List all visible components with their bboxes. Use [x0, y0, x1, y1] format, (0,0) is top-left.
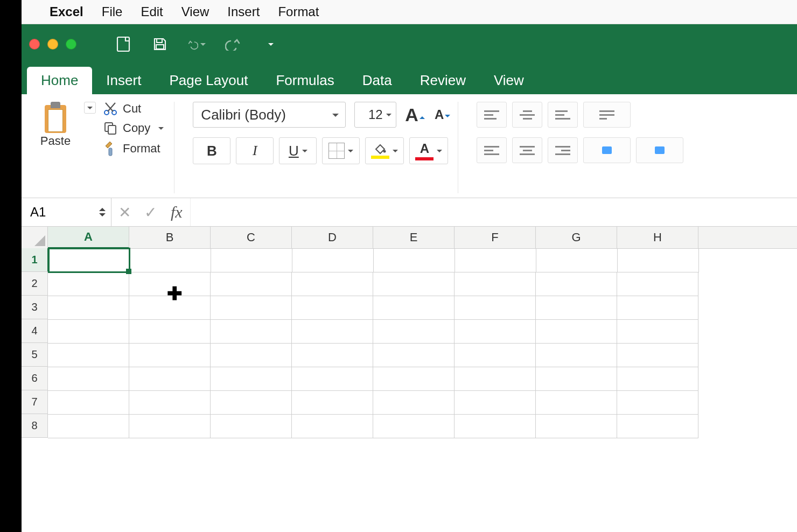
tab-review[interactable]: Review: [406, 67, 480, 94]
cell-F1[interactable]: [455, 248, 536, 272]
cell-F3[interactable]: [455, 296, 536, 320]
column-header-A[interactable]: A: [48, 227, 129, 248]
cell-G6[interactable]: [536, 367, 617, 391]
copy-dropdown-icon[interactable]: [156, 123, 166, 134]
wrap-text-button[interactable]: [583, 102, 631, 128]
align-top-button[interactable]: [477, 102, 507, 128]
menubar-format[interactable]: Format: [278, 4, 319, 19]
cell-D3[interactable]: [292, 296, 373, 320]
cell-F7[interactable]: [455, 390, 536, 415]
cell-B8[interactable]: [129, 414, 211, 438]
fill-color-button[interactable]: [365, 137, 404, 164]
column-header-D[interactable]: D: [292, 227, 373, 248]
cell-E2[interactable]: [373, 272, 455, 296]
column-header-H[interactable]: H: [617, 227, 698, 248]
menubar-app-name[interactable]: Excel: [50, 4, 83, 19]
cell-D7[interactable]: [292, 390, 373, 415]
tab-formulas[interactable]: Formulas: [262, 67, 348, 94]
cell-G3[interactable]: [536, 296, 617, 320]
row-header-3[interactable]: 3: [22, 296, 48, 319]
cell-H7[interactable]: [617, 390, 698, 415]
cell-H6[interactable]: [617, 367, 698, 391]
copy-button[interactable]: Copy: [103, 121, 166, 135]
row-header-2[interactable]: 2: [22, 272, 48, 296]
tab-home[interactable]: Home: [27, 67, 92, 94]
cell-A7[interactable]: [48, 390, 129, 415]
cell-D1[interactable]: [292, 248, 374, 272]
cell-E7[interactable]: [373, 390, 455, 415]
cell-G4[interactable]: [536, 319, 617, 344]
cell-H3[interactable]: [617, 296, 698, 320]
menubar-file[interactable]: File: [102, 4, 123, 19]
cell-F4[interactable]: [455, 319, 536, 344]
cell-B4[interactable]: [129, 319, 211, 344]
cell-F2[interactable]: [455, 272, 536, 296]
cell-E8[interactable]: [373, 414, 455, 438]
cell-E5[interactable]: [373, 343, 455, 367]
cell-C7[interactable]: [211, 390, 292, 415]
paste-dropdown[interactable]: [84, 102, 96, 114]
row-header-8[interactable]: 8: [22, 414, 48, 438]
cell-B5[interactable]: [129, 343, 211, 367]
cell-C4[interactable]: [211, 319, 292, 344]
row-header-4[interactable]: 4: [22, 319, 48, 343]
paste-button[interactable]: Paste: [34, 102, 76, 148]
cell-A8[interactable]: [48, 414, 129, 438]
formula-input[interactable]: [190, 198, 797, 226]
cut-button[interactable]: Cut: [103, 102, 166, 116]
row-header-1[interactable]: 1: [22, 248, 48, 272]
undo-dropdown-icon[interactable]: [198, 39, 206, 49]
align-middle-button[interactable]: [512, 102, 542, 128]
align-bottom-button[interactable]: [548, 102, 578, 128]
cell-B1[interactable]: [130, 248, 211, 272]
save-icon[interactable]: [151, 35, 169, 53]
fx-label[interactable]: fx: [163, 203, 190, 221]
cell-G5[interactable]: [536, 343, 617, 367]
menubar-insert[interactable]: Insert: [227, 4, 260, 19]
tab-view[interactable]: View: [480, 67, 538, 94]
undo-button[interactable]: [187, 35, 206, 53]
cell-B3[interactable]: [129, 296, 211, 320]
cell-E6[interactable]: [373, 367, 455, 391]
window-minimize-button[interactable]: [47, 39, 58, 50]
cancel-entry-button[interactable]: ✕: [111, 198, 137, 226]
tab-insert[interactable]: Insert: [92, 67, 155, 94]
align-left-button[interactable]: [477, 137, 507, 163]
column-header-F[interactable]: F: [455, 227, 536, 248]
menubar-view[interactable]: View: [181, 4, 209, 19]
cell-D5[interactable]: [292, 343, 373, 367]
cell-C2[interactable]: [211, 272, 292, 296]
qat-customize-icon[interactable]: [261, 35, 279, 53]
font-size-select[interactable]: 12: [354, 102, 396, 128]
cell-A6[interactable]: [48, 367, 129, 391]
cell-D4[interactable]: [292, 319, 373, 344]
cell-E3[interactable]: [373, 296, 455, 320]
cell-E1[interactable]: [374, 248, 455, 272]
row-header-6[interactable]: 6: [22, 367, 48, 390]
merge-cells-button[interactable]: [583, 137, 631, 163]
cell-C6[interactable]: [211, 367, 292, 391]
tab-data[interactable]: Data: [348, 67, 406, 94]
new-workbook-icon[interactable]: [114, 35, 132, 53]
cell-E4[interactable]: [373, 319, 455, 344]
column-header-E[interactable]: E: [373, 227, 455, 248]
chevron-up-icon[interactable]: [99, 205, 106, 211]
cell-F5[interactable]: [455, 343, 536, 367]
cell-G8[interactable]: [536, 414, 617, 438]
redo-button[interactable]: [224, 35, 242, 53]
column-header-B[interactable]: B: [129, 227, 211, 248]
cell-H5[interactable]: [617, 343, 698, 367]
select-all-corner[interactable]: [22, 227, 48, 248]
cell-C5[interactable]: [211, 343, 292, 367]
cell-A1[interactable]: [48, 248, 130, 272]
cell-B6[interactable]: [129, 367, 211, 391]
menubar-edit[interactable]: Edit: [141, 4, 163, 19]
window-zoom-button[interactable]: [66, 39, 76, 50]
bold-button[interactable]: B: [193, 137, 230, 164]
column-header-C[interactable]: C: [211, 227, 292, 248]
font-name-select[interactable]: Calibri (Body): [193, 102, 346, 128]
cell-H1[interactable]: [618, 248, 699, 272]
decrease-font-size-button[interactable]: A: [435, 107, 450, 122]
cell-H8[interactable]: [617, 414, 698, 438]
tab-page-layout[interactable]: Page Layout: [155, 67, 262, 94]
